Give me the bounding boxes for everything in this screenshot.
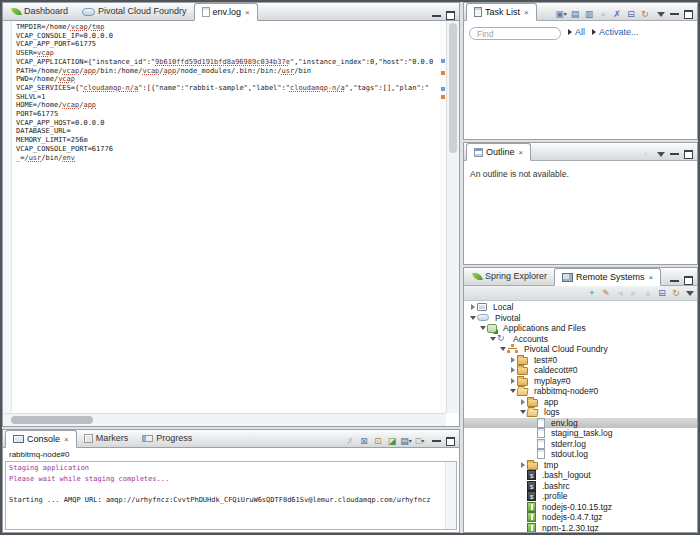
- categorized-icon[interactable]: ▤: [569, 8, 581, 20]
- tree-item-env-log[interactable]: env.log: [464, 418, 697, 429]
- twistie-icon[interactable]: [511, 378, 515, 384]
- view-menu-icon[interactable]: [657, 12, 665, 17]
- pin-console-icon[interactable]: ◪: [386, 435, 398, 447]
- twistie-icon[interactable]: [471, 304, 475, 310]
- twistie-icon[interactable]: [480, 326, 486, 330]
- twistie-icon[interactable]: [521, 462, 525, 468]
- tree-item-pivotal[interactable]: Pivotal: [464, 313, 697, 324]
- tree-item-nodejs-0-4-7-tgz[interactable]: nodejs-0.4.7.tgz: [464, 512, 697, 523]
- tab-env-log[interactable]: env.log×: [194, 3, 258, 21]
- console-output[interactable]: Staging applicationPlease wait while sta…: [9, 463, 442, 528]
- maximize-icon[interactable]: [684, 10, 693, 19]
- minimize-icon[interactable]: [670, 13, 679, 15]
- tree-item-local[interactable]: Local: [464, 302, 697, 313]
- remote-systems-panel: Spring ExplorerRemote Systems× +✎◄►▲⊟↻ L…: [463, 267, 698, 533]
- tree-item-caldecott-0[interactable]: caldecott#0: [464, 365, 697, 376]
- twistie-icon[interactable]: [470, 316, 476, 320]
- minimize-icon[interactable]: [670, 280, 679, 282]
- tab-remote-systems[interactable]: Remote Systems×: [554, 268, 661, 286]
- tree-item-label: .bashrc: [542, 481, 570, 491]
- editor-line: TMPDIR=/home/vcap/tmp: [16, 23, 440, 32]
- close-tab-icon[interactable]: ×: [64, 435, 69, 444]
- all-link[interactable]: All: [575, 27, 585, 37]
- maximize-icon[interactable]: [684, 276, 693, 285]
- horizontal-scrollbar-thumb[interactable]: [11, 416, 93, 424]
- file-icon: [537, 449, 545, 459]
- vertical-scrollbar-thumb[interactable]: [449, 23, 457, 153]
- tree-item-myplay-0[interactable]: myplay#0: [464, 376, 697, 387]
- editor-line: VCAP_APP_HOST=0.0.0.0: [16, 119, 440, 128]
- horizontal-scrollbar[interactable]: [3, 413, 446, 426]
- tree-item-bashrc[interactable]: .bashrc: [464, 481, 697, 492]
- new-connection-icon[interactable]: ✎: [600, 287, 612, 299]
- collapse-all-icon[interactable]: ⊟: [625, 8, 637, 20]
- console-scrollbar[interactable]: [445, 462, 456, 529]
- new-task-icon[interactable]: ▣▾: [555, 8, 567, 20]
- view-menu-icon[interactable]: [657, 152, 665, 157]
- console-icon: [13, 435, 24, 443]
- display-selected-console-icon[interactable]: ▤▾: [400, 435, 412, 447]
- vertical-scrollbar[interactable]: [446, 21, 459, 413]
- script-icon: [527, 470, 536, 480]
- editor-content[interactable]: TMPDIR=/home/vcap/tmpVCAP_CONSOLE_IP=0.0…: [16, 23, 440, 412]
- outline-toolbar: ◔: [638, 148, 652, 160]
- tree-item-nodejs-0-10-15-tgz[interactable]: nodejs-0.10.15.tgz: [464, 502, 697, 513]
- tab-dashboard[interactable]: Dashboard: [5, 4, 75, 20]
- view-menu-icon[interactable]: [686, 291, 694, 296]
- twistie-icon[interactable]: [511, 357, 515, 363]
- open-console-icon[interactable]: □▾: [414, 435, 426, 447]
- delete-icon[interactable]: ✗: [611, 8, 623, 20]
- tree-item-profile[interactable]: .profile: [464, 491, 697, 502]
- minimize-icon[interactable]: [670, 153, 679, 155]
- minimize-icon[interactable]: [432, 15, 441, 17]
- apps-icon: [487, 324, 497, 333]
- remove-launch-icon[interactable]: ⊠: [358, 435, 370, 447]
- close-tab-icon[interactable]: ×: [649, 273, 654, 282]
- define-connection-icon[interactable]: +: [586, 287, 598, 299]
- maximize-icon[interactable]: [446, 11, 455, 20]
- tree-item-accounts[interactable]: Accounts: [464, 334, 697, 345]
- close-tab-icon[interactable]: ×: [245, 8, 250, 17]
- tree-item-bash-logout[interactable]: .bash_logout: [464, 470, 697, 481]
- twistie-icon[interactable]: [520, 410, 526, 414]
- tree-item-test-0[interactable]: test#0: [464, 355, 697, 366]
- tab-console[interactable]: Console×: [5, 430, 77, 448]
- scheduled-presentation-icon[interactable]: ▥: [583, 8, 595, 20]
- tab-markers[interactable]: Markers: [77, 431, 136, 447]
- collapse-all-icon[interactable]: ⊟: [656, 287, 668, 299]
- close-tab-icon[interactable]: ×: [519, 148, 524, 157]
- minimize-icon[interactable]: [432, 440, 441, 442]
- twistie-icon[interactable]: [500, 347, 506, 351]
- tree-item-pivotal-cloud-foundry[interactable]: Pivotal Cloud Foundry: [464, 344, 697, 355]
- tree-item-stdout-log[interactable]: stdout.log: [464, 449, 697, 460]
- tab-pivotal-cloud-foundry[interactable]: Pivotal Cloud Foundry: [75, 4, 194, 20]
- twistie-icon[interactable]: [510, 389, 516, 393]
- editor-line: PWD=/home/vcap: [16, 75, 440, 84]
- find-input[interactable]: [469, 27, 561, 40]
- refresh-icon[interactable]: ↻: [670, 287, 682, 299]
- tree-item-npm-1-2-30-tgz[interactable]: npm-1.2.30.tgz: [464, 523, 697, 533]
- synchronize-icon[interactable]: ↻: [639, 8, 651, 20]
- remote-systems-tree: LocalPivotalApplications and FilesAccoun…: [464, 302, 697, 532]
- tree-item-staging-task-log[interactable]: staging_task.log: [464, 428, 697, 439]
- tab-task-list[interactable]: Task List ×: [466, 3, 537, 21]
- tree-item-app[interactable]: app: [464, 397, 697, 408]
- activate-link-row[interactable]: Activate...: [592, 27, 639, 37]
- maximize-icon[interactable]: [446, 437, 455, 446]
- tab-progress[interactable]: Progress: [135, 431, 199, 447]
- close-tab-icon[interactable]: ×: [524, 8, 529, 17]
- activate-link[interactable]: Activate...: [599, 27, 639, 37]
- tree-item-rabbitmq-node-0[interactable]: rabbitmq-node#0: [464, 386, 697, 397]
- twistie-icon[interactable]: [490, 337, 496, 341]
- tab-spring-explorer[interactable]: Spring Explorer: [466, 269, 554, 285]
- scroll-lock-icon[interactable]: ⊡: [372, 435, 384, 447]
- filter-all[interactable]: All: [568, 27, 585, 37]
- twistie-icon[interactable]: [511, 367, 515, 373]
- maximize-icon[interactable]: [684, 150, 693, 159]
- twistie-icon[interactable]: [521, 399, 525, 405]
- remote-systems-tabs: Spring ExplorerRemote Systems×: [466, 268, 661, 285]
- tab-outline[interactable]: Outline ×: [466, 143, 531, 161]
- tree-item-tmp[interactable]: tmp: [464, 460, 697, 471]
- tree-item-stderr-log[interactable]: stderr.log: [464, 439, 697, 450]
- tree-item-logs[interactable]: logs: [464, 407, 697, 418]
